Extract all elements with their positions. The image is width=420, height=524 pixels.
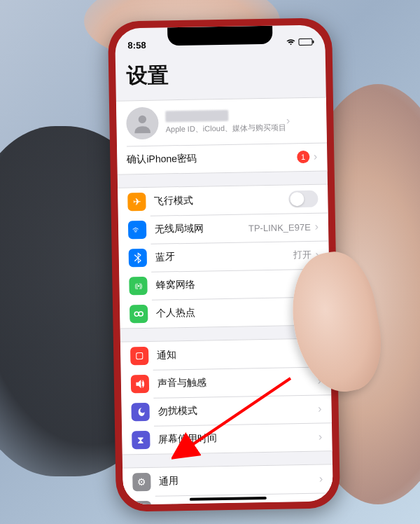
cellular-icon: ((•)) (129, 277, 147, 295)
airplane-icon: ✈ (127, 193, 146, 211)
screentime-row[interactable]: ⧗ 屏幕使用时间 › (122, 422, 332, 454)
svg-point-1 (134, 312, 139, 316)
chevron-right-icon: › (320, 501, 324, 505)
confirm-password-label: 确认iPhone密码 (127, 151, 297, 166)
chevron-right-icon: › (286, 114, 290, 127)
svg-point-0 (139, 116, 147, 124)
bluetooth-icon (129, 249, 147, 267)
confirm-password-row[interactable]: 确认iPhone密码 1 › (117, 142, 328, 174)
phone-screen: 8:58 设置 Apple ID、iCloud、媒体与购买项目 (115, 25, 333, 504)
control-center-icon (133, 501, 151, 505)
battery-icon (298, 39, 312, 46)
sounds-icon (131, 375, 149, 393)
wifi-row[interactable]: ᯤ 无线局域网 TP-LINK_E97E › (118, 212, 329, 244)
notifications-icon (130, 347, 148, 365)
gear-icon: ⚙ (132, 473, 150, 491)
account-subtitle: Apple ID、iCloud、媒体与购买项目 (165, 122, 286, 135)
chevron-right-icon: › (314, 151, 318, 163)
apple-id-row[interactable]: Apple ID、iCloud、媒体与购买项目 › (116, 97, 327, 146)
dnd-row[interactable]: 勿扰模式 › (121, 394, 332, 426)
group-notifications: 通知 › 声音与触感 › 勿扰模式 › (120, 338, 332, 455)
page-title: 设置 (115, 53, 326, 100)
chevron-right-icon: › (319, 473, 323, 485)
chevron-right-icon: › (315, 221, 319, 233)
sounds-row[interactable]: 声音与触感 › (121, 366, 332, 398)
chevron-right-icon: › (318, 403, 322, 415)
svg-rect-4 (136, 353, 142, 359)
bluetooth-row[interactable]: 蓝牙 打开 › (118, 240, 329, 272)
moon-icon (131, 403, 149, 421)
status-time: 8:58 (127, 39, 146, 50)
chevron-right-icon: › (318, 431, 323, 443)
general-row[interactable]: ⚙ 通用 › (122, 464, 333, 496)
account-name-redacted (165, 110, 228, 123)
wifi-status-icon (286, 37, 295, 48)
airplane-mode-row[interactable]: ✈ 飞行模式 (118, 184, 328, 216)
airplane-switch[interactable] (288, 191, 318, 208)
badge-count: 1 (297, 151, 309, 163)
hotspot-icon (130, 305, 148, 323)
group-account: Apple ID、iCloud、媒体与购买项目 › 确认iPhone密码 1 › (116, 97, 328, 174)
hourglass-icon: ⧗ (132, 431, 150, 449)
svg-point-2 (139, 312, 143, 316)
wifi-icon: ᯤ (128, 221, 146, 239)
notch (167, 26, 272, 46)
avatar-icon (126, 107, 159, 140)
